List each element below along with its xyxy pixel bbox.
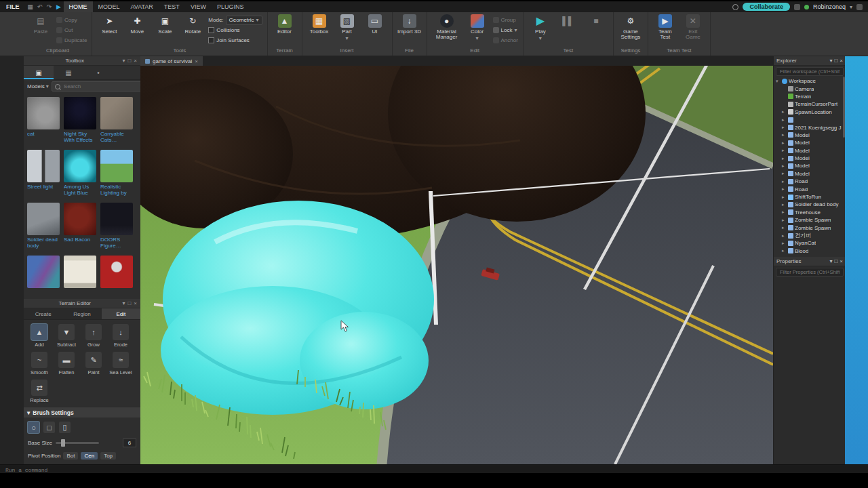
- chevron-right-icon[interactable]: ▸: [782, 156, 787, 161]
- chevron-right-icon[interactable]: ▸: [782, 171, 787, 176]
- team-test-button[interactable]: ▶Team Test: [653, 14, 677, 41]
- chevron-right-icon[interactable]: ▸: [782, 163, 787, 169]
- toolbox-item[interactable]: Night Sky With Effects: [64, 97, 96, 144]
- chevron-down-icon[interactable]: ▾: [476, 36, 479, 41]
- chevron-right-icon[interactable]: ▸: [782, 195, 787, 200]
- chevron-down-icon[interactable]: ▾: [122, 300, 125, 306]
- pivot-bot-button[interactable]: Bot: [63, 452, 78, 460]
- save-icon[interactable]: ▦: [26, 3, 35, 10]
- chevron-right-icon[interactable]: ▸: [782, 132, 787, 138]
- rotate-tool-button[interactable]: ↻Rotate: [180, 14, 205, 35]
- explorer-item[interactable]: ▸Zombie Spawn: [774, 216, 846, 224]
- chat-icon[interactable]: [794, 4, 800, 10]
- explorer-item[interactable]: ▸Road: [774, 178, 846, 185]
- explorer-item[interactable]: ▸Soldier dead body: [774, 201, 846, 208]
- terrain-editor-button[interactable]: ▲Editor: [273, 14, 297, 35]
- pivot-cen-button[interactable]: Cen: [81, 452, 98, 460]
- close-icon[interactable]: ×: [840, 258, 843, 264]
- game-settings-button[interactable]: ⚙Game Settings: [618, 14, 643, 41]
- chevron-right-icon[interactable]: ▸: [782, 125, 787, 130]
- float-window-icon[interactable]: □: [834, 58, 837, 64]
- explorer-item[interactable]: ▸Model: [774, 139, 846, 146]
- brush-settings-header[interactable]: ▾ Brush Settings: [24, 407, 140, 418]
- explorer-item[interactable]: ▸Model: [774, 162, 846, 169]
- menu-tab-avatar[interactable]: AVATAR: [125, 1, 159, 12]
- tab-creations[interactable]: •: [83, 66, 113, 79]
- chevron-right-icon[interactable]: ▸: [782, 241, 787, 246]
- chevron-down-icon[interactable]: ▾: [514, 27, 517, 33]
- search-input[interactable]: [62, 83, 140, 90]
- filter-input[interactable]: [778, 268, 841, 276]
- collisions-checkbox[interactable]: [208, 27, 214, 33]
- brush-shape-cylinder[interactable]: ▯: [59, 422, 71, 433]
- stop-button[interactable]: ■: [584, 14, 608, 28]
- chevron-right-icon[interactable]: ▸: [782, 186, 787, 192]
- brush-shape-sphere[interactable]: ○: [28, 422, 39, 433]
- toolbox-item[interactable]: Realistic Lighting by: [100, 150, 133, 197]
- terrain-tool-paint[interactable]: ✎Paint: [81, 352, 106, 375]
- toolbox-item[interactable]: [64, 256, 96, 299]
- file-menu-button[interactable]: FILE: [0, 1, 26, 12]
- tab-marketplace[interactable]: ▣: [24, 66, 54, 79]
- explorer-item[interactable]: ▸건기버: [774, 232, 846, 239]
- anchor-button[interactable]: Anchor: [493, 36, 518, 45]
- category-dropdown[interactable]: Models▾: [27, 83, 49, 89]
- explorer-item[interactable]: ▸Zombie Spawn: [774, 224, 846, 231]
- chevron-down-icon[interactable]: ▾: [122, 58, 125, 64]
- lock-button[interactable]: Lock▾: [493, 26, 518, 35]
- explorer-item[interactable]: Camera: [774, 85, 846, 92]
- chevron-right-icon[interactable]: ▸: [782, 233, 787, 239]
- paste-button[interactable]: ▤ Paste: [28, 14, 53, 35]
- import-3d-button[interactable]: ↓Import 3D: [397, 14, 422, 35]
- toolbox-item[interactable]: Sad Bacon: [64, 203, 96, 250]
- quick-play-icon[interactable]: ▶: [54, 3, 64, 10]
- explorer-item[interactable]: ▸ShiftToRun: [774, 193, 846, 201]
- menu-tab-view[interactable]: VIEW: [185, 1, 212, 12]
- chevron-down-icon[interactable]: ▾: [346, 36, 349, 41]
- explorer-item[interactable]: TerrainCursorPart: [774, 100, 846, 108]
- material-manager-button[interactable]: ●Material Manager: [432, 14, 462, 41]
- chevron-right-icon[interactable]: ▸: [782, 225, 787, 230]
- play-button[interactable]: ▶Play▾: [528, 14, 553, 42]
- explorer-item[interactable]: ▸Model: [774, 147, 846, 155]
- exit-game-button[interactable]: ✕Exit Game: [681, 14, 705, 41]
- collaborate-button[interactable]: Collaborate: [743, 3, 790, 11]
- float-window-icon[interactable]: □: [834, 258, 837, 264]
- menu-tab-test[interactable]: TEST: [159, 1, 185, 12]
- terrain-tool-erode[interactable]: ↓Erode: [108, 324, 134, 348]
- chevron-down-icon[interactable]: ▾: [850, 4, 852, 10]
- toolbox-item[interactable]: cat: [27, 97, 60, 144]
- terrain-tool-add[interactable]: ▲Add: [26, 324, 52, 348]
- explorer-item[interactable]: ▸Treehouse: [774, 209, 846, 216]
- chevron-down-icon[interactable]: ▾: [829, 58, 832, 64]
- base-size-slider[interactable]: [56, 442, 99, 444]
- explorer-item[interactable]: ▸Blood: [774, 247, 846, 255]
- close-icon[interactable]: ×: [840, 58, 843, 64]
- chevron-right-icon[interactable]: ▸: [782, 248, 787, 253]
- toolbox-item[interactable]: Soldier dead body: [27, 203, 60, 250]
- tab-region[interactable]: Region: [62, 308, 101, 319]
- move-tool-button[interactable]: ✚Move: [125, 14, 149, 35]
- undo-icon[interactable]: ↶: [35, 3, 45, 10]
- join-surfaces-checkbox-row[interactable]: Join Surfaces: [208, 36, 262, 45]
- chevron-right-icon[interactable]: ▸: [782, 202, 787, 207]
- group-button[interactable]: Group: [493, 16, 518, 24]
- part-button[interactable]: ▧Part▾: [335, 14, 359, 42]
- explorer-item[interactable]: ▸2021 Koenigsegg J: [774, 123, 846, 131]
- chevron-down-icon[interactable]: ▾: [539, 36, 542, 41]
- terrain-tool-smooth[interactable]: ~Smooth: [26, 352, 52, 375]
- slider-handle[interactable]: [61, 439, 65, 447]
- scale-tool-button[interactable]: ▣Scale: [153, 14, 177, 35]
- chevron-right-icon[interactable]: ▸: [782, 179, 787, 184]
- explorer-item[interactable]: ▸Model: [774, 131, 846, 139]
- chevron-right-icon[interactable]: ▸: [782, 218, 787, 223]
- explorer-item[interactable]: ▸SpawnLocation: [774, 108, 846, 116]
- terrain-tool-grow[interactable]: ↑Grow: [81, 324, 106, 348]
- close-icon[interactable]: ×: [195, 58, 198, 64]
- filter-input[interactable]: [778, 68, 841, 75]
- explorer-item[interactable]: ▸: [774, 116, 846, 123]
- viewport-3d-scene[interactable]: [140, 66, 773, 464]
- float-window-icon[interactable]: □: [127, 300, 131, 306]
- close-icon[interactable]: ×: [134, 58, 137, 64]
- toolbox-item[interactable]: [100, 256, 133, 299]
